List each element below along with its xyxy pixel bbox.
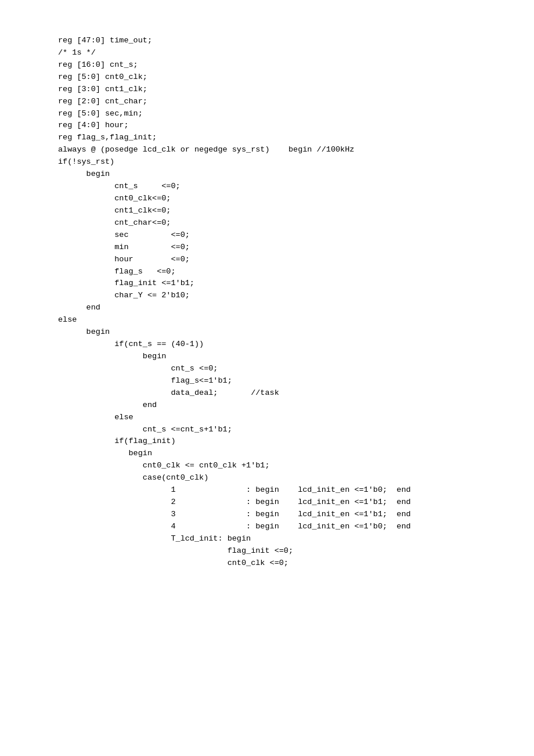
code-line: cnt_s <=0; [58,181,511,193]
code-line: if(flag_init) [58,435,511,448]
code-line: end [58,399,511,412]
code-line: case(cnt0_clk) [58,472,511,484]
code-line: cnt_s <=0; [58,363,511,375]
code-line: begin [58,448,511,460]
code-line: end [58,302,511,314]
code-line: reg [47:0] time_out; [58,35,511,47]
code-line: char_Y <= 2'b10; [58,290,511,302]
code-line: reg [2:0] cnt_char; [58,96,511,108]
code-line: reg [4:0] hour; [58,120,511,132]
code-line: 3 : begin lcd_init_en <=1'b1; end [58,509,511,521]
code-line: begin [58,326,511,339]
code-line: reg [5:0] sec,min; [58,108,511,120]
code-line: else [58,412,511,424]
code-line: cnt0_clk <=0; [58,557,511,570]
code-line: begin [58,351,511,363]
code-line: 1 : begin lcd_init_en <=1'b0; end [58,484,511,496]
code-line: reg [3:0] cnt1_clk; [58,84,511,96]
code-line: if(!sys_rst) [58,156,511,168]
code-line: cnt0_clk <= cnt0_clk +1'b1; [58,460,511,472]
code-line: cnt0_clk<=0; [58,193,511,205]
code-line: flag_init <=0; [58,545,511,557]
code-line: reg [16:0] cnt_s; [58,59,511,71]
code-line: T_lcd_init: begin [58,533,511,545]
code-line: min <=0; [58,242,511,254]
code-line: data_deal; //task [58,387,511,399]
code-line: flag_s<=1'b1; [58,375,511,387]
code-line: flag_init <=1'b1; [58,278,511,290]
code-line: flag_s <=0; [58,266,511,278]
code-line: /* 1s */ [58,47,511,59]
code-line: else [58,314,511,326]
code-line: 4 : begin lcd_init_en <=1'b0; end [58,521,511,533]
code-line: begin [58,168,511,181]
code-line: hour <=0; [58,254,511,266]
code-container: reg [47:0] time_out;/* 1s */reg [16:0] c… [58,35,511,570]
code-line: if(cnt_s == (40-1)) [58,339,511,351]
code-line: reg [5:0] cnt0_clk; [58,71,511,84]
code-line: always @ (posedge lcd_clk or negedge sys… [58,144,511,156]
code-line: cnt_char<=0; [58,217,511,229]
code-line: 2 : begin lcd_init_en <=1'b1; end [58,496,511,509]
code-line: reg flag_s,flag_init; [58,132,511,144]
code-line: cnt_s <=cnt_s+1'b1; [58,424,511,436]
code-line: cnt1_clk<=0; [58,205,511,217]
code-line: sec <=0; [58,229,511,242]
